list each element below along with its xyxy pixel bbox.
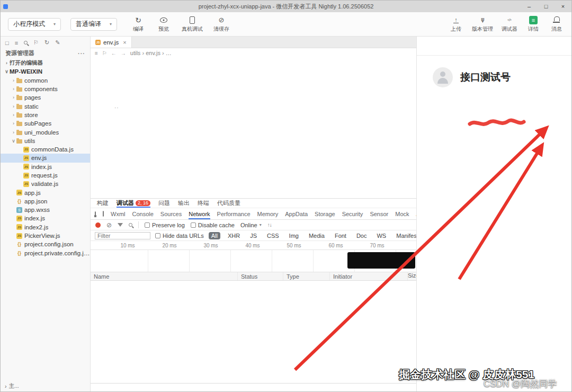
tree-item[interactable]: › common xyxy=(1,76,90,85)
tree-item[interactable]: app.json xyxy=(1,197,90,206)
column-header-type[interactable]: Type xyxy=(283,272,330,280)
maximize-button[interactable]: □ xyxy=(538,1,555,12)
explorer-bottom-section[interactable]: › 主... xyxy=(5,382,19,390)
inspect-element-icon[interactable] xyxy=(95,211,96,217)
tree-item[interactable]: index2.js xyxy=(1,223,90,231)
tree-item[interactable]: › store xyxy=(1,111,90,119)
tree-item[interactable]: env.js xyxy=(1,154,90,162)
devtools-tab[interactable]: Sensor xyxy=(370,208,388,219)
devtools-tab[interactable]: Sources xyxy=(160,208,182,219)
tree-item[interactable]: › subPages xyxy=(1,119,90,128)
explorer-toolbar: □ ≡ ⚐ ↻ ✎ xyxy=(1,37,90,48)
list-icon[interactable]: ≡ xyxy=(15,40,18,46)
refresh-icon[interactable]: ↻ xyxy=(44,39,49,46)
tree-item[interactable]: PickerView.js xyxy=(1,231,90,240)
toolbar-action-button[interactable]: 消息 xyxy=(549,16,564,33)
toolbar-action-button[interactable]: 预览 xyxy=(156,16,171,33)
toolbar-action-button[interactable]: 清缓存 xyxy=(213,16,229,33)
breadcrumb-path[interactable]: utils › env.js › … xyxy=(130,50,172,56)
toolbar-action-icon xyxy=(134,16,142,24)
filter-funnel-icon[interactable] xyxy=(118,223,123,227)
toolbar-action-button[interactable]: 真机调试 xyxy=(182,16,203,33)
devtools-tab[interactable]: Console xyxy=(132,208,154,219)
tree-item[interactable]: commonData.js xyxy=(1,145,90,154)
hide-data-urls-checkbox[interactable]: Hide data URLs xyxy=(155,233,204,239)
close-tab-icon[interactable]: × xyxy=(123,39,126,46)
edit-icon[interactable]: ✎ xyxy=(55,39,60,46)
clear-icon[interactable]: ⊘ xyxy=(106,221,112,229)
tree-item[interactable]: app.js xyxy=(1,188,90,197)
toolbar-action-button[interactable]: 上传 xyxy=(449,16,463,33)
devtools-tab[interactable]: Storage xyxy=(315,208,335,219)
type-filter-pill[interactable]: JS xyxy=(247,232,260,239)
devtools-tab[interactable]: Wxml xyxy=(111,208,126,219)
bottom-panel-tab[interactable]: 构建 xyxy=(97,199,109,208)
tree-item[interactable]: index.js xyxy=(1,214,90,222)
outline-icon[interactable]: ≡ xyxy=(95,50,98,56)
record-icon[interactable] xyxy=(95,222,101,228)
search-icon[interactable] xyxy=(129,223,132,227)
tree-item[interactable]: project.config.json xyxy=(1,240,90,248)
code-editor[interactable]: ·· xyxy=(91,58,416,198)
toolbar-action-button[interactable]: 版本管理 xyxy=(472,16,493,33)
type-filter-pill[interactable]: All xyxy=(209,232,220,239)
type-filter-pill[interactable]: Img xyxy=(287,232,301,239)
mode-dropdown[interactable]: 小程序模式 ▾ xyxy=(8,18,61,31)
tree-item[interactable]: ∨ utils xyxy=(1,137,90,145)
tree-item[interactable]: validate.js xyxy=(1,180,90,188)
bookmark-icon[interactable]: ⚐ xyxy=(102,50,107,56)
column-header-initiator[interactable]: Initiator xyxy=(330,272,408,280)
forward-icon[interactable]: → xyxy=(121,50,126,56)
tree-item[interactable]: index.js xyxy=(1,163,90,171)
bottom-panel-tab[interactable]: 调试器 2, 16 xyxy=(117,199,150,208)
tree-item[interactable]: › uni_modules xyxy=(1,128,90,136)
column-header-status[interactable]: Status xyxy=(238,272,283,280)
type-filter-pill[interactable]: CSS xyxy=(264,232,282,239)
toolbar-action-button[interactable]: 调试器 xyxy=(502,16,517,33)
bottom-panel-tab[interactable]: 输出 xyxy=(178,199,190,208)
bottom-panel-tab[interactable]: 代码质量 xyxy=(217,199,240,208)
import-export-icons[interactable]: ↑↓ xyxy=(267,222,272,228)
editor-tab-envjs[interactable]: env.js × xyxy=(91,37,132,48)
compile-mode-dropdown[interactable]: 普通编译 ▾ xyxy=(70,18,117,31)
type-filter-pill[interactable]: Font xyxy=(332,232,349,239)
more-actions-icon[interactable]: ··· xyxy=(78,50,85,57)
devtools-tab[interactable]: Memory xyxy=(257,208,279,219)
tree-item[interactable]: app.wxss xyxy=(1,206,90,214)
devtools-tab[interactable]: AppData xyxy=(285,208,308,219)
back-icon[interactable]: ← xyxy=(111,50,117,56)
tree-item[interactable]: › components xyxy=(1,85,90,93)
bottom-panel-tab[interactable]: 终端 xyxy=(198,199,209,208)
filter-input[interactable] xyxy=(95,232,150,239)
tree-item[interactable]: › static xyxy=(1,102,90,110)
column-header-name[interactable]: Name xyxy=(91,272,238,280)
devtools-tab[interactable]: Network xyxy=(189,208,210,219)
panel-layout-icon[interactable]: □ xyxy=(5,40,9,46)
type-filter-pill[interactable]: WS xyxy=(374,232,389,239)
type-filter-pill[interactable]: Manifest xyxy=(394,232,416,239)
minimize-button[interactable]: – xyxy=(521,1,538,12)
tree-item[interactable]: project.private.config.js... xyxy=(1,249,90,257)
tree-item[interactable]: › 打开的编辑器 xyxy=(1,59,90,67)
tree-item[interactable]: ∨ MP-WEIXIN xyxy=(1,67,90,76)
column-header-size[interactable]: Size xyxy=(408,272,416,280)
disable-cache-checkbox[interactable]: Disable cache xyxy=(191,222,235,228)
throttling-dropdown[interactable]: Online ▾ xyxy=(240,222,262,228)
tree-item[interactable]: › pages xyxy=(1,93,90,102)
flag-icon[interactable]: ⚐ xyxy=(33,39,39,46)
device-toolbar-icon[interactable] xyxy=(103,211,104,217)
close-button[interactable]: × xyxy=(555,1,571,12)
toolbar-action-button[interactable]: 详情 xyxy=(526,16,541,33)
preserve-log-checkbox[interactable]: Preserve log xyxy=(145,222,185,228)
tree-item[interactable]: request.js xyxy=(1,171,90,180)
search-icon[interactable] xyxy=(24,41,28,44)
devtools-tab[interactable]: Security xyxy=(342,208,363,219)
type-filter-pill[interactable]: XHR xyxy=(225,232,243,239)
devtools-tab[interactable]: Mock xyxy=(395,208,409,219)
type-filter-pill[interactable]: Doc xyxy=(354,232,370,239)
bottom-panel-tab[interactable]: 问题 xyxy=(158,199,170,208)
devtools-tab[interactable]: Performance xyxy=(217,208,251,219)
type-filter-pill[interactable]: Media xyxy=(306,232,327,239)
toolbar-action-button[interactable]: 编译 xyxy=(131,16,146,33)
file-type-icon xyxy=(16,207,22,213)
